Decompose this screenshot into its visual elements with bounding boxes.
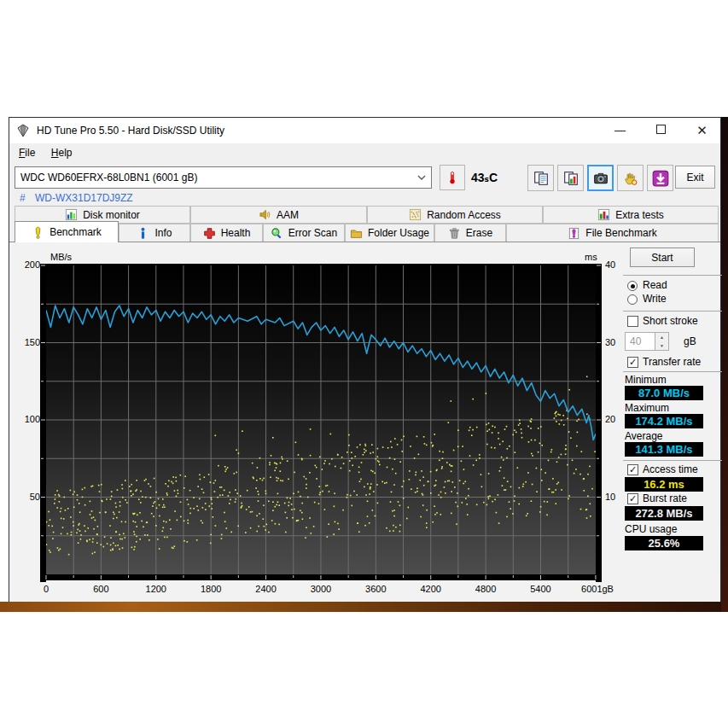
tab-aam-label: AAM	[277, 209, 299, 221]
maximize-icon	[656, 125, 666, 134]
close-button[interactable]: ✕	[689, 118, 715, 143]
read-radio-label[interactable]: Read	[643, 279, 667, 291]
health-icon	[203, 227, 216, 240]
exit-button[interactable]: Exit	[675, 166, 715, 189]
menu-help[interactable]: Help	[45, 143, 79, 163]
y-left-tick: 150	[15, 337, 40, 347]
x-tick: 3600	[355, 584, 396, 594]
copy-icon	[533, 171, 549, 186]
chevron-down-icon	[417, 175, 426, 180]
y-right-tick: 10	[605, 492, 626, 502]
file-benchmark-icon	[568, 227, 580, 240]
short-stroke-size-value: 40	[630, 335, 641, 347]
maximum-label: Maximum	[625, 402, 669, 414]
tab-file-benchmark-label: File Benchmark	[585, 227, 656, 239]
drive-select-value: WDC WD60EFRX-68L0BN1 (6001 gB)	[20, 172, 197, 183]
x-tick-end: 6001gB	[575, 584, 620, 594]
folder-icon	[350, 227, 363, 240]
x-tick: 1800	[190, 584, 231, 594]
tab-disk-monitor-label: Disk monitor	[83, 209, 140, 221]
tab-folder-usage-label: Folder Usage	[368, 227, 429, 239]
y-left-tick: 100	[15, 414, 40, 424]
y-right-tick: 40	[605, 259, 626, 270]
tab-extra-tests[interactable]: Extra tests	[543, 206, 719, 224]
burst-rate-value: 272.8 MB/s	[625, 506, 703, 521]
menu-bar: File Help	[9, 143, 720, 163]
divider	[623, 460, 722, 461]
screenshot-button[interactable]	[587, 165, 614, 191]
maximize-button[interactable]	[648, 118, 674, 143]
copy-image-button[interactable]	[557, 165, 584, 191]
disk-monitor-icon	[65, 208, 78, 221]
app-logo-icon	[16, 124, 30, 137]
tab-erase[interactable]: Erase	[434, 224, 506, 242]
y-right-unit: ms	[585, 252, 597, 262]
cpu-usage-value: 25.6%	[625, 536, 703, 550]
x-tick: 1200	[136, 584, 177, 594]
y-right-tick: 30	[605, 337, 626, 347]
tab-aam[interactable]: AAM	[190, 206, 367, 224]
divider	[623, 275, 722, 276]
minimize-button[interactable]: —	[607, 118, 633, 143]
burst-rate-label[interactable]: Burst rate	[643, 492, 687, 504]
stepper-down-icon[interactable]: ▼	[655, 341, 668, 350]
window-title: HD Tune Pro 5.50 - Hard Disk/SSD Utility	[37, 118, 224, 143]
y-left-tick: 200	[15, 259, 40, 270]
erase-icon	[448, 227, 461, 240]
tab-health-label: Health	[221, 227, 251, 239]
access-time-checkbox[interactable]	[627, 464, 638, 475]
x-tick: 2400	[246, 584, 287, 594]
x-tick: 600	[80, 584, 121, 594]
menu-help-label: Help	[51, 147, 73, 159]
x-tick: 5400	[521, 584, 562, 594]
wallpaper-strip-right	[721, 117, 728, 612]
short-stroke-size-stepper[interactable]: 40 ▲▼	[625, 332, 669, 351]
tab-error-scan[interactable]: Error Scan	[263, 224, 345, 242]
minimum-label: Minimum	[625, 374, 667, 386]
tab-info[interactable]: Info	[119, 224, 190, 242]
minimum-value: 87.0 MB/s	[625, 386, 703, 400]
copy-text-button[interactable]	[527, 165, 554, 191]
temperature-value: 43ₛC	[471, 171, 498, 184]
tab-folder-usage[interactable]: Folder Usage	[345, 224, 434, 242]
download-arrow-icon	[652, 170, 669, 187]
short-stroke-checkbox[interactable]	[627, 316, 638, 327]
y-left-tick: 50	[15, 492, 40, 502]
x-tick: 4200	[411, 584, 451, 594]
access-time-label[interactable]: Access time	[643, 463, 698, 475]
menu-file[interactable]: File	[13, 143, 41, 163]
read-radio[interactable]	[627, 281, 638, 291]
tab-benchmark-label: Benchmark	[50, 226, 102, 238]
x-tick: 3000	[300, 584, 341, 594]
speaker-icon	[259, 208, 271, 221]
tab-health[interactable]: Health	[190, 224, 263, 242]
divider	[623, 311, 722, 312]
menu-file-label: File	[19, 147, 35, 159]
average-label: Average	[625, 430, 662, 442]
cpu-usage-label: CPU usage	[625, 523, 677, 535]
transfer-rate-label[interactable]: Transfer rate	[643, 356, 701, 368]
desktop: HD Tune Pro 5.50 - Hard Disk/SSD Utility…	[0, 0, 728, 728]
update-button[interactable]	[647, 165, 673, 191]
burst-rate-checkbox[interactable]	[627, 493, 638, 504]
drive-select[interactable]: WDC WD60EFRX-68L0BN1 (6001 gB)	[15, 166, 432, 189]
transfer-rate-checkbox[interactable]	[627, 357, 638, 368]
serial-hash: #	[20, 192, 26, 204]
tab-random-access-label: Random Access	[427, 209, 501, 221]
start-button[interactable]: Start	[630, 248, 695, 267]
hand-icon	[623, 171, 638, 186]
x-tick: 0	[26, 584, 67, 594]
write-radio-label[interactable]: Write	[643, 293, 667, 305]
tab-file-benchmark[interactable]: File Benchmark	[506, 224, 719, 242]
tab-random-access[interactable]: Random Access	[367, 206, 543, 224]
stepper-arrows[interactable]: ▲▼	[655, 333, 668, 350]
app-window: HD Tune Pro 5.50 - Hard Disk/SSD Utility…	[9, 117, 721, 602]
tab-benchmark[interactable]: Benchmark	[15, 221, 119, 242]
stepper-up-icon[interactable]: ▲	[655, 333, 668, 341]
divider	[623, 371, 722, 372]
short-stroke-label[interactable]: Short stroke	[643, 315, 698, 327]
save-health-button[interactable]	[617, 165, 644, 191]
drive-serial[interactable]: WD-WX31D17DJ9ZZ	[35, 192, 133, 204]
write-radio[interactable]	[627, 294, 638, 305]
temperature-button[interactable]	[440, 165, 465, 190]
